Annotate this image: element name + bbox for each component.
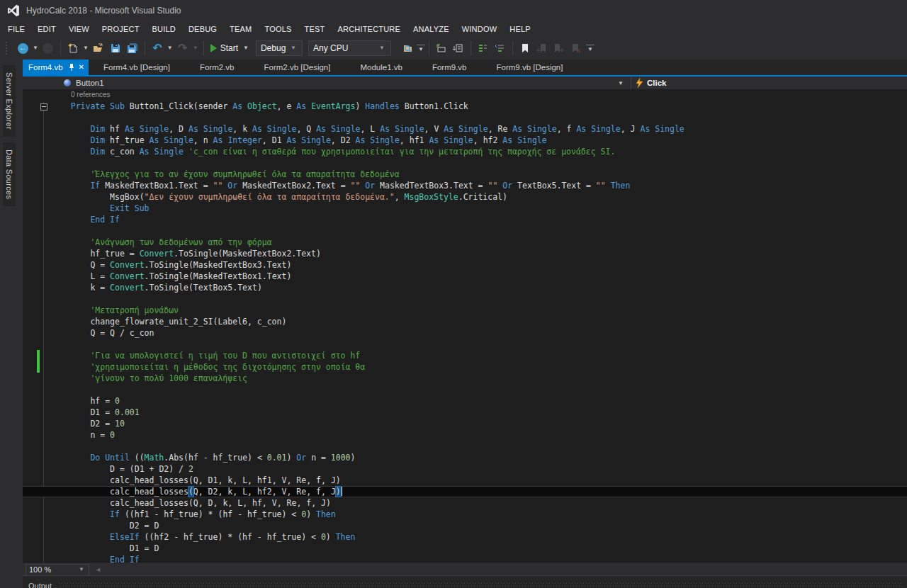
document-tab[interactable]: Form2.vb ✕	[185, 60, 249, 75]
next-bookmark-button[interactable]	[551, 40, 568, 57]
code-line[interactable]: hf_true = Convert.ToSingle(MaskedTextBox…	[23, 248, 907, 259]
new-file-button[interactable]	[64, 40, 81, 57]
start-debug-button[interactable]: Start ▼	[208, 43, 253, 53]
navigate-forward-button[interactable]: →	[40, 40, 57, 57]
close-tab-icon[interactable]: ✕	[79, 64, 84, 71]
document-tab[interactable]: Form9.vb [Design] ✕	[482, 60, 578, 75]
find-options-dropdown[interactable]: ▼	[417, 45, 425, 52]
menu-item[interactable]: FILE	[1, 23, 31, 35]
document-tab[interactable]: Form4.vb [Design] ✕	[89, 60, 185, 75]
menu-item[interactable]: TEST	[298, 23, 332, 35]
solution-platform-combo[interactable]: Any CPU ▼	[308, 40, 391, 56]
code-line[interactable]: D2 = D	[23, 520, 907, 531]
menu-item[interactable]: TEAM	[223, 23, 258, 35]
menu-item[interactable]: VIEW	[62, 23, 96, 35]
start-dropdown[interactable]: ▼	[242, 45, 250, 51]
code-line[interactable]: n = 0	[23, 429, 907, 441]
code-line[interactable]: If ((hf1 - hf_true) * (hf - hf_true) < 0…	[23, 509, 907, 520]
code-line[interactable]: Dim c_con As Single 'c_con είναι η σταθε…	[23, 146, 907, 157]
code-line[interactable]	[23, 225, 907, 237]
toggle-bookmark-button[interactable]	[517, 40, 534, 57]
undo-button[interactable]: ↶	[149, 40, 166, 57]
code-line[interactable]: calc_head_losses(Q, D2, k, L, hf2, V, Re…	[23, 486, 907, 497]
save-button[interactable]	[107, 40, 124, 57]
code-line[interactable]: MsgBox("Δεν έχουν συμπληρωθεί όλα τα απα…	[23, 191, 907, 203]
undo-dropdown[interactable]: ▼	[166, 45, 174, 51]
code-line[interactable]: Q = Convert.ToSingle(MaskedTextBox3.Text…	[23, 259, 907, 271]
code-line[interactable]: ElseIf ((hf2 - hf_true) * (hf - hf_true)…	[23, 531, 907, 543]
side-tool-tab[interactable]: Data Sources	[3, 142, 16, 206]
menu-item[interactable]: ARCHITECTURE	[331, 23, 407, 35]
code-line[interactable]	[23, 339, 907, 350]
code-line[interactable]: 'Έλεγχος για το αν έχουν συμπληρωθεί όλα…	[23, 169, 907, 180]
code-line[interactable]: Dim hf_true As Single, n As Integer, D1 …	[23, 135, 907, 146]
previous-bookmark-button[interactable]	[534, 40, 551, 57]
side-tool-tab[interactable]: Server Explorer	[3, 65, 16, 137]
navigate-backward-dropdown[interactable]: ▼	[31, 45, 40, 51]
code-line[interactable]: calc_head_losses(Q, D, k, L, hf, V, Re, …	[23, 497, 907, 509]
code-line[interactable]: If MaskedTextBox1.Text = "" Or MaskedTex…	[23, 180, 907, 191]
document-tab[interactable]: Module1.vb ✕	[345, 60, 417, 75]
output-panel-grip[interactable]	[59, 583, 903, 587]
code-line[interactable]: L = Convert.ToSingle(MaskedTextBox1.Text…	[23, 271, 907, 282]
code-line[interactable]: D2 = 10	[23, 418, 907, 429]
object-dropdown[interactable]: Button1 ▼	[23, 77, 631, 89]
code-line[interactable]	[23, 441, 907, 452]
code-line[interactable]	[23, 157, 907, 169]
new-file-dropdown[interactable]: ▼	[81, 45, 90, 51]
navigate-backward-button[interactable]: ←	[14, 40, 31, 57]
menu-item[interactable]: EDIT	[31, 23, 62, 35]
codelens-references[interactable]: 0 references	[23, 89, 907, 101]
editor-zoom-control[interactable]: 100 % ▼	[26, 564, 89, 576]
code-editor[interactable]: 0 references Private Sub Button1_Click(s…	[23, 89, 907, 563]
code-line[interactable]: D1 = D	[23, 543, 907, 554]
menu-item[interactable]: WINDOW	[456, 23, 503, 35]
code-line[interactable]: 'Μετατροπή μονάδων	[23, 305, 907, 316]
code-line[interactable]: 'γίνουν το πολύ 1000 επαναλήψεις	[23, 373, 907, 384]
code-line[interactable]: calc_head_losses(Q, D1, k, L, hf1, V, Re…	[23, 475, 907, 486]
code-line[interactable]: D = (D1 + D2) / 2	[23, 463, 907, 475]
menu-item[interactable]: ANALYZE	[407, 23, 456, 35]
save-all-button[interactable]	[124, 40, 141, 57]
solution-configuration-combo[interactable]: Debug ▼	[256, 40, 303, 56]
code-line[interactable]: change_flowrate_unit_2_SI(Label6, c_con)	[23, 316, 907, 327]
menu-item[interactable]: HELP	[503, 23, 537, 35]
code-line[interactable]	[23, 384, 907, 395]
redo-dropdown[interactable]: ▼	[191, 45, 200, 51]
redo-button[interactable]: ↷	[174, 40, 191, 57]
toolbar-grip[interactable]	[6, 42, 10, 55]
code-line[interactable]: 'Ανάγνωση των δεδομένων από την φόρμα	[23, 237, 907, 248]
menu-item[interactable]: DEBUG	[182, 23, 223, 35]
code-line[interactable]: hf = 0	[23, 395, 907, 407]
document-tab[interactable]: Form4.vb ✕	[23, 60, 89, 75]
code-line[interactable]: 'χρησιμοποιείται η μέθοδος της διχοτόμησ…	[23, 361, 907, 373]
uncomment-selection-button[interactable]	[492, 40, 509, 57]
comment-selection-button[interactable]	[475, 40, 492, 57]
open-file-button[interactable]	[90, 40, 107, 57]
document-tab[interactable]: Form2.vb [Design] ✕	[249, 60, 346, 75]
code-line[interactable]: Q = Q / c_con	[23, 327, 907, 339]
code-line[interactable]: k = Convert.ToSingle(TextBox5.Text)	[23, 282, 907, 293]
find-in-files-button[interactable]	[400, 40, 417, 57]
code-line[interactable]	[23, 293, 907, 305]
pin-tab-icon[interactable]	[68, 63, 75, 72]
member-dropdown[interactable]: Click	[631, 77, 907, 89]
code-line[interactable]	[23, 112, 907, 123]
menu-item[interactable]: TOOLS	[258, 23, 298, 35]
code-line[interactable]: Private Sub Button1_Click(sender As Obje…	[23, 101, 907, 112]
code-line[interactable]: End If	[23, 214, 907, 225]
insert-snippet-button[interactable]	[433, 40, 450, 57]
surround-with-button[interactable]	[450, 40, 467, 57]
clear-bookmarks-button[interactable]	[568, 40, 585, 57]
output-panel-header[interactable]: Output	[23, 575, 907, 588]
scroll-left-arrow-icon[interactable]: ◄	[95, 566, 101, 573]
collapse-region-toggle[interactable]	[40, 103, 47, 111]
code-line[interactable]: D1 = 0.001	[23, 407, 907, 418]
code-line[interactable]: Dim hf As Single, D As Single, k As Sing…	[23, 123, 907, 135]
menu-item[interactable]: PROJECT	[96, 23, 146, 35]
toolbar-overflow-dropdown[interactable]: ▼	[586, 45, 595, 52]
code-line[interactable]: 'Για να υπολογιστεί η τιμή του D που αντ…	[23, 350, 907, 361]
code-line[interactable]: Do Until ((Math.Abs(hf - hf_true) < 0.01…	[23, 452, 907, 463]
code-line[interactable]: Exit Sub	[23, 203, 907, 214]
menu-item[interactable]: BUILD	[146, 23, 182, 35]
